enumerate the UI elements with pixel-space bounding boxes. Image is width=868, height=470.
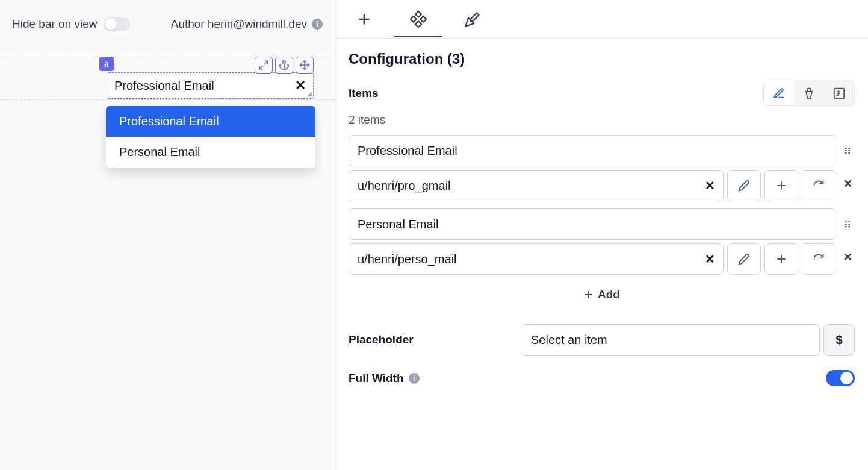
items-label: Items: [349, 87, 379, 100]
full-width-field: Full Width i: [349, 370, 855, 386]
component-toolbar: [255, 57, 314, 74]
svg-point-12: [845, 221, 847, 223]
svg-point-11: [848, 152, 850, 154]
add-item-button[interactable]: Add: [349, 282, 855, 307]
select-input-box[interactable]: Professional Email ✕ ◢: [107, 72, 314, 99]
items-header-row: Items: [349, 81, 855, 106]
add-path-button[interactable]: [764, 170, 798, 201]
items-count: 2 items: [349, 113, 855, 127]
canvas-header: Hide bar on view Author henri@windmill.d…: [0, 0, 335, 48]
clear-selection-button[interactable]: ✕: [295, 78, 306, 93]
svg-point-17: [848, 226, 850, 228]
info-icon[interactable]: i: [409, 373, 420, 384]
config-title: Configuration (3): [349, 51, 855, 67]
svg-point-6: [845, 148, 847, 149]
item-label-input[interactable]: [349, 135, 835, 166]
clear-path-button[interactable]: ✕: [705, 178, 715, 193]
tab-components[interactable]: [406, 2, 430, 36]
svg-point-8: [845, 150, 847, 152]
component-id-tag: a: [99, 57, 114, 71]
variable-button[interactable]: $: [823, 324, 855, 356]
placeholder-input[interactable]: [522, 324, 820, 356]
hide-bar-toggle[interactable]: [104, 17, 130, 31]
tab-style[interactable]: [460, 2, 485, 36]
edit-path-button[interactable]: [727, 170, 761, 201]
drag-handle-icon[interactable]: [843, 219, 852, 229]
static-mode-button[interactable]: [764, 81, 794, 105]
tabs-bar: [335, 0, 868, 39]
svg-rect-4: [415, 21, 421, 27]
config-body: Configuration (3) Items 2 items: [335, 39, 868, 413]
dropdown-option[interactable]: Professional Email: [106, 106, 315, 137]
full-width-label: Full Width: [349, 372, 404, 385]
author-text: Author henri@windmill.dev: [171, 17, 307, 31]
full-width-toggle[interactable]: [826, 370, 855, 386]
item-path-input[interactable]: [349, 243, 724, 275]
svg-point-9: [848, 150, 850, 152]
info-icon[interactable]: i: [312, 19, 323, 30]
placeholder-field: Placeholder $: [349, 324, 855, 356]
tab-add[interactable]: [352, 2, 376, 36]
item-label-input[interactable]: [349, 208, 835, 240]
svg-rect-2: [411, 16, 417, 22]
svg-rect-3: [420, 16, 426, 22]
edit-path-button[interactable]: [727, 243, 761, 275]
move-button[interactable]: [296, 57, 314, 74]
anchor-button[interactable]: [275, 57, 293, 74]
expand-button[interactable]: [255, 57, 273, 74]
function-mode-button[interactable]: [824, 81, 854, 105]
svg-point-7: [848, 148, 850, 149]
drag-handle-icon[interactable]: [843, 146, 852, 155]
resize-handle-icon: ◢: [307, 90, 312, 97]
item-row: ✕ ✕: [349, 135, 855, 201]
input-mode-buttons: [763, 81, 855, 106]
svg-rect-1: [415, 11, 421, 17]
remove-item-button[interactable]: ✕: [843, 251, 852, 264]
add-item-label: Add: [598, 288, 620, 301]
clear-path-button[interactable]: ✕: [705, 252, 715, 266]
svg-point-10: [845, 152, 847, 154]
config-pane: Configuration (3) Items 2 items: [335, 0, 868, 470]
author-group: Author henri@windmill.dev i: [171, 17, 323, 31]
svg-point-14: [845, 224, 847, 225]
canvas-pane: Hide bar on view Author henri@windmill.d…: [0, 0, 335, 470]
svg-point-13: [848, 221, 850, 223]
refresh-path-button[interactable]: [802, 170, 835, 201]
svg-point-16: [845, 226, 847, 228]
plus-icon: [583, 289, 594, 300]
dropdown-menu: Professional Email Personal Email: [106, 106, 315, 168]
add-path-button[interactable]: [764, 243, 798, 275]
placeholder-label: Placeholder: [349, 333, 414, 346]
canvas-area[interactable]: a Professional Email ✕ ◢ Professional Em…: [0, 48, 335, 470]
select-value: Professional Email: [114, 79, 295, 93]
remove-item-button[interactable]: ✕: [843, 177, 852, 190]
item-path-input[interactable]: [349, 170, 724, 201]
item-row: ✕ ✕: [349, 208, 855, 275]
svg-point-15: [848, 224, 850, 225]
refresh-path-button[interactable]: [802, 243, 835, 275]
hide-bar-label: Hide bar on view: [12, 17, 98, 31]
hide-bar-group: Hide bar on view: [12, 17, 130, 31]
dropdown-option[interactable]: Personal Email: [106, 137, 315, 168]
connect-mode-button[interactable]: [794, 81, 824, 105]
